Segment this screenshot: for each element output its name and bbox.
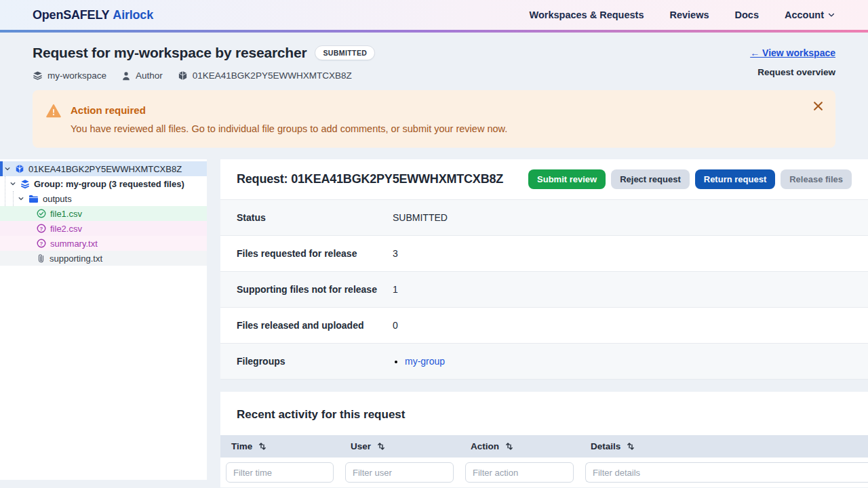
- submit-review-button[interactable]: Submit review: [528, 169, 606, 189]
- file-tree-sidebar: 01KEA41BGK2PY5EWWHXMTCXB8Z Group: my-gro…: [0, 159, 207, 480]
- return-request-button[interactable]: Return request: [695, 169, 775, 189]
- overview-row-status: Status SUBMITTED: [220, 200, 868, 236]
- tree-item-summary[interactable]: ? summary.txt: [0, 236, 207, 251]
- question-circle-icon: ?: [37, 239, 46, 248]
- alert-title: Action required: [71, 104, 507, 116]
- overview-value: 1: [393, 284, 398, 295]
- nav-workspaces-requests[interactable]: Workspaces & Requests: [530, 9, 644, 20]
- activity-filter-row: [220, 458, 868, 487]
- meta-workspace: my-workspace: [33, 70, 106, 81]
- tree-item-group[interactable]: Group: my-group (3 requested files): [0, 176, 207, 191]
- overview-label: Filegroups: [237, 356, 393, 367]
- layers-icon: [33, 70, 43, 81]
- tree-item-outputs-folder[interactable]: outputs: [0, 191, 207, 206]
- filter-details-input[interactable]: [585, 462, 868, 483]
- column-label: Time: [231, 441, 252, 451]
- column-label: Details: [591, 441, 620, 451]
- tree-item-file1[interactable]: file1.csv: [0, 206, 207, 221]
- main-panel: Request: 01KEA41BGK2PY5EWWHXMTCXB8Z Subm…: [220, 159, 868, 487]
- navbar: OpenSAFELYAirlock Workspaces & Requests …: [0, 0, 868, 30]
- nav-docs[interactable]: Docs: [735, 9, 759, 20]
- filter-time-input[interactable]: [226, 462, 334, 483]
- airlock-cube-icon: [15, 164, 24, 174]
- close-icon: [813, 101, 823, 111]
- recent-activity-card: Recent activity for this request Time Us…: [220, 392, 868, 487]
- recent-activity-title: Recent activity for this request: [220, 392, 868, 435]
- overview-row-supporting-files: Supporting files not for release 1: [220, 272, 868, 308]
- nav-account-label: Account: [785, 9, 824, 20]
- overview-row-files-released: Files released and uploaded 0: [220, 308, 868, 344]
- column-header-user[interactable]: User: [340, 435, 460, 458]
- filter-action-input[interactable]: [465, 462, 574, 483]
- person-icon: [121, 71, 131, 81]
- page-header-right: ← View workspace Request overview: [750, 45, 835, 77]
- column-header-time[interactable]: Time: [220, 435, 340, 458]
- filegroups-list: my-group: [405, 356, 445, 367]
- chevron-down-icon: [4, 165, 11, 172]
- chevron-down-icon: [18, 195, 24, 202]
- svg-text:?: ?: [40, 226, 43, 232]
- filegroup-link[interactable]: my-group: [405, 356, 445, 367]
- tree-file-label: supporting.txt: [50, 253, 102, 264]
- layers-icon: [20, 179, 30, 188]
- chevron-down-icon: [827, 11, 835, 19]
- tree-item-file2[interactable]: ? file2.csv: [0, 221, 207, 236]
- tree-root-label: 01KEA41BGK2PY5EWWHXMTCXB8Z: [28, 164, 182, 174]
- page-header: Request for my-workspace by researcher S…: [0, 33, 868, 83]
- tree-file-label: file2.csv: [50, 224, 82, 234]
- paperclip-icon: [37, 253, 45, 263]
- brand-primary: OpenSAFELY: [33, 8, 109, 22]
- alert-close-button[interactable]: [810, 98, 826, 114]
- tree-item-request-root[interactable]: 01KEA41BGK2PY5EWWHXMTCXB8Z: [0, 161, 207, 176]
- meta-author-label: Author: [136, 70, 163, 81]
- folder-icon: [28, 195, 39, 203]
- meta-request-id: 01KEA41BGK2PY5EWWHXMTCXB8Z: [178, 70, 352, 81]
- release-files-button[interactable]: Release files: [781, 169, 852, 189]
- status-badge: SUBMITTED: [315, 45, 375, 60]
- check-circle-icon: [37, 209, 46, 218]
- overview-label: Status: [237, 212, 393, 223]
- column-label: Action: [471, 441, 499, 451]
- meta-request-id-label: 01KEA41BGK2PY5EWWHXMTCXB8Z: [193, 70, 352, 81]
- cube-icon: [178, 70, 188, 81]
- sort-icon: [258, 442, 267, 451]
- warning-icon: [46, 104, 61, 134]
- nav-reviews[interactable]: Reviews: [669, 9, 709, 20]
- filter-user-input[interactable]: [345, 462, 454, 483]
- brand-secondary: Airlock: [113, 8, 153, 22]
- page-title: Request for my-workspace by researcher: [33, 45, 307, 61]
- sort-icon: [505, 442, 513, 451]
- overview-value: 3: [393, 248, 398, 259]
- request-title: Request: 01KEA41BGK2PY5EWWHXMTCXB8Z: [237, 172, 503, 186]
- chevron-down-icon: [9, 180, 16, 187]
- activity-table-header: Time User Action Details: [220, 435, 868, 458]
- overview-value: SUBMITTED: [393, 212, 448, 223]
- meta-author: Author: [121, 70, 163, 81]
- overview-label: Supporting files not for release: [237, 284, 393, 295]
- tree-file-label: file1.csv: [50, 209, 82, 219]
- column-header-details[interactable]: Details: [580, 435, 868, 458]
- column-header-action[interactable]: Action: [460, 435, 580, 458]
- airlock-page: OpenSAFELYAirlock Workspaces & Requests …: [0, 0, 868, 488]
- request-overview-card: Request: 01KEA41BGK2PY5EWWHXMTCXB8Z Subm…: [220, 159, 868, 380]
- overview-label: Files released and uploaded: [237, 320, 393, 331]
- overview-row-files-requested: Files requested for release 3: [220, 236, 868, 272]
- view-workspace-link[interactable]: ← View workspace: [750, 47, 835, 58]
- tree-item-supporting[interactable]: supporting.txt: [0, 251, 207, 266]
- action-required-alert: Action required You have reviewed all fi…: [33, 90, 835, 148]
- svg-text:?: ?: [40, 241, 43, 247]
- page-header-left: Request for my-workspace by researcher S…: [33, 45, 375, 81]
- reject-request-button[interactable]: Reject request: [611, 169, 690, 189]
- content-area: 01KEA41BGK2PY5EWWHXMTCXB8Z Group: my-gro…: [0, 159, 868, 487]
- column-label: User: [351, 441, 371, 451]
- tree-group-label: Group: my-group (3 requested files): [34, 179, 184, 189]
- nav-account-menu[interactable]: Account: [785, 9, 835, 20]
- sort-icon: [377, 442, 385, 451]
- request-actions: Submit review Reject request Return requ…: [528, 169, 852, 189]
- brand-logo[interactable]: OpenSAFELYAirlock: [33, 8, 153, 22]
- alert-content: Action required You have reviewed all fi…: [71, 102, 507, 134]
- request-meta: my-workspace Author 01KEA41BGK2PY5EWWHXM…: [33, 70, 375, 81]
- overview-value: 0: [393, 320, 398, 331]
- filegroups-list-item: my-group: [405, 356, 445, 367]
- request-overview-label: Request overview: [757, 67, 835, 77]
